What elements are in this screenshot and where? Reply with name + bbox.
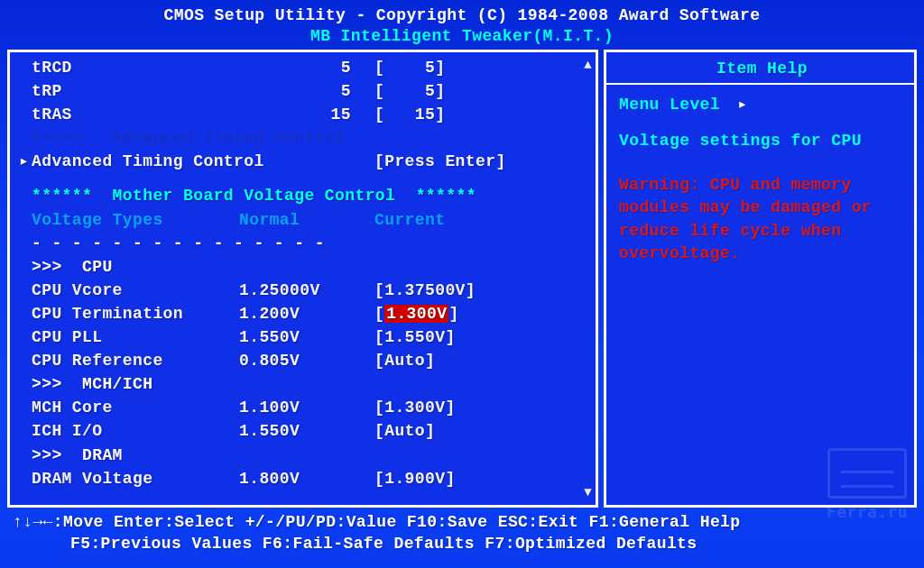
mch-core-current: [1.300V] — [374, 396, 456, 419]
row-adv-timing-dim: >>>>> Advanced Timing Control — [19, 126, 588, 150]
row-dram-voltage[interactable]: DRAM Voltage 1.800V [1.900V] — [19, 467, 588, 490]
selected-value: 1.300V — [384, 305, 448, 323]
ich-io-normal: 1.550V — [239, 419, 374, 443]
row-cpu-termination[interactable]: CPU Termination 1.200V [1.300V] — [19, 302, 588, 325]
cursor-marker-icon: ▸ — [19, 150, 32, 173]
trp-normal: 5 — [239, 79, 374, 103]
trcd-normal: 5 — [239, 56, 374, 79]
dram-voltage-normal: 1.800V — [239, 467, 374, 490]
help-title: Item Help — [619, 60, 905, 78]
trcd-label: tRCD — [32, 56, 239, 79]
adv-timing-dim-label: >>>>> Advanced Timing Control — [32, 126, 345, 150]
cpu-section-label: >>> CPU — [32, 255, 113, 279]
voltage-types-label: Voltage Types — [32, 208, 239, 232]
menu-level: Menu Level ▸ — [619, 94, 905, 114]
row-adv-timing[interactable]: ▸ Advanced Timing Control [Press Enter] — [19, 150, 588, 173]
help-panel: Item Help Menu Level ▸ Voltage settings … — [604, 50, 917, 508]
scroll-up-icon[interactable]: ▲ — [584, 58, 592, 72]
cpu-term-current: [1.300V] — [374, 302, 459, 325]
row-ich-io[interactable]: ICH I/O 1.550V [Auto] — [19, 419, 588, 443]
row-cpu-pll[interactable]: CPU PLL 1.550V [1.550V] — [19, 325, 588, 349]
ich-io-label: ICH I/O — [32, 419, 239, 443]
tras-current: [ 15] — [374, 103, 445, 126]
row-trcd[interactable]: tRCD 5 [ 5] — [19, 56, 588, 79]
mch-core-normal: 1.100V — [239, 396, 374, 419]
footer-line-2: F5:Previous Values F6:Fail-Safe Defaults… — [13, 533, 911, 554]
header-title-1: CMOS Setup Utility - Copyright (C) 1984-… — [4, 5, 920, 26]
trp-label: tRP — [32, 79, 239, 103]
menu-level-label: Menu Level — [619, 96, 720, 114]
mch-core-label: MCH Core — [32, 396, 239, 419]
footer-hints: ↑↓→←:Move Enter:Select +/-/PU/PD:Value F… — [4, 511, 920, 555]
trcd-current: [ 5] — [374, 56, 445, 79]
cpu-vcore-normal: 1.25000V — [239, 279, 374, 302]
cpu-term-normal: 1.200V — [239, 302, 374, 325]
cpu-vcore-label: CPU Vcore — [32, 279, 239, 302]
adv-timing-label: Advanced Timing Control — [32, 150, 374, 173]
ich-io-current: [Auto] — [374, 419, 435, 443]
cpu-ref-current: [Auto] — [374, 349, 435, 372]
voltage-normal-label: Normal — [239, 208, 374, 232]
footer-line-1: ↑↓→←:Move Enter:Select +/-/PU/PD:Value F… — [13, 511, 911, 533]
mch-ich-section-label: >>> MCH/ICH — [32, 372, 152, 396]
row-tras[interactable]: tRAS 15 [ 15] — [19, 103, 588, 126]
cpu-ref-normal: 0.805V — [239, 349, 374, 372]
cpu-pll-current: [1.550V] — [374, 325, 456, 349]
section-mch-ich: >>> MCH/ICH — [19, 372, 588, 396]
dram-voltage-current: [1.900V] — [374, 467, 456, 490]
row-trp[interactable]: tRP 5 [ 5] — [19, 79, 588, 103]
tras-normal: 15 — [239, 103, 374, 126]
row-mch-core[interactable]: MCH Core 1.100V [1.300V] — [19, 396, 588, 419]
scroll-down-icon[interactable]: ▼ — [584, 485, 592, 499]
row-voltage-header: Voltage Types Normal Current — [19, 208, 588, 232]
dram-section-label: >>> DRAM — [32, 444, 123, 467]
section-cpu: >>> CPU — [19, 255, 588, 279]
cpu-ref-label: CPU Reference — [32, 349, 239, 372]
chevron-right-icon: ▸ — [730, 96, 747, 114]
divider-dashes: - - - - - - - - - - - - - - - — [19, 232, 588, 255]
cpu-vcore-current: [1.37500V] — [374, 279, 476, 302]
row-cpu-reference[interactable]: CPU Reference 0.805V [Auto] — [19, 349, 588, 372]
adv-timing-current: [Press Enter] — [374, 150, 506, 173]
dram-voltage-label: DRAM Voltage — [32, 467, 239, 490]
cpu-term-label: CPU Termination — [32, 302, 239, 325]
settings-panel: ▲ ▼ tRCD 5 [ 5] tRP 5 [ 5] tRAS 15 [ 15] — [7, 50, 598, 508]
help-warning: Warning: CPU and memory modules may be d… — [619, 174, 905, 265]
help-text: Voltage settings for CPU — [619, 130, 905, 152]
header-title-2: MB Intelligent Tweaker(M.I.T.) — [4, 26, 920, 47]
section-dram: >>> DRAM — [19, 444, 588, 467]
tras-label: tRAS — [32, 103, 239, 126]
help-divider — [606, 83, 914, 85]
mb-voltage-header: ****** Mother Board Voltage Control ****… — [32, 184, 476, 207]
voltage-current-label: Current — [374, 208, 445, 232]
row-cpu-vcore[interactable]: CPU Vcore 1.25000V [1.37500V] — [19, 279, 588, 302]
trp-current: [ 5] — [374, 79, 445, 103]
cpu-pll-normal: 1.550V — [239, 325, 374, 349]
section-mb-voltage: ****** Mother Board Voltage Control ****… — [19, 184, 588, 207]
cpu-pll-label: CPU PLL — [32, 325, 239, 349]
